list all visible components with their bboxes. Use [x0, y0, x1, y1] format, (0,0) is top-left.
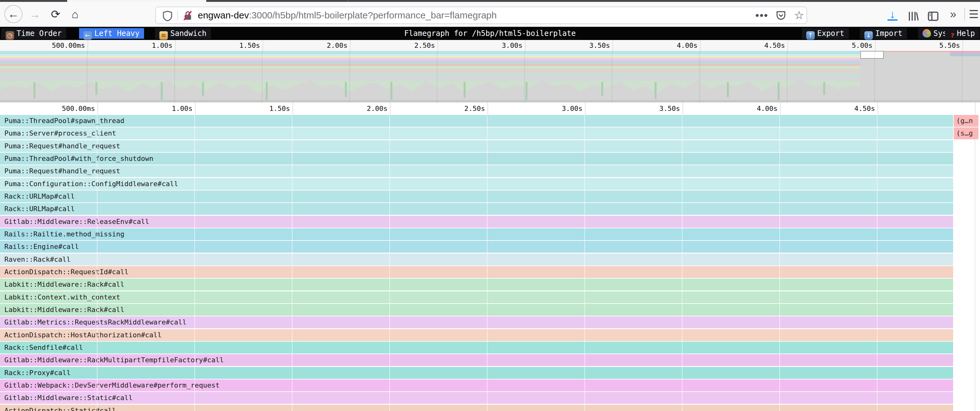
shield-icon[interactable] — [163, 11, 172, 27]
flame-frame[interactable]: Rack::Sendfile#call — [0, 342, 953, 354]
tab-time-order[interactable]: ◷Time Order — [1, 28, 66, 39]
library-icon — [907, 10, 920, 22]
flame-frame[interactable]: Puma::Request#handle_request — [0, 140, 953, 152]
pocket-icon[interactable] — [776, 11, 786, 27]
flame-frame[interactable]: Rails::Railtie.method_missing — [0, 228, 953, 240]
minimap-right-frame-teal — [950, 54, 980, 56]
flame-frame[interactable]: Labkit::Context.with_context — [0, 291, 953, 303]
flame-frame[interactable]: Gitlab::Metrics::RequestsRackMiddleware#… — [0, 316, 953, 328]
main-view-axis: 500.00ms1.00s1.50s2.00s2.50s3.00s3.50s4.… — [0, 102, 980, 115]
help-button[interactable]: ?Help — [945, 28, 979, 39]
axis-tick-label: 2.50s — [429, 102, 485, 115]
axis-gridline — [780, 102, 781, 115]
axis-tick-label: 1.50s — [234, 102, 290, 115]
flame-frame[interactable]: ActionDispatch::RequestId#call — [0, 266, 953, 278]
button-label: Help — [957, 29, 975, 38]
axis-tick-label: 500.00ms — [39, 102, 95, 115]
bookmark-star-icon[interactable]: ☆ — [794, 7, 804, 24]
back-icon: ← — [5, 6, 22, 22]
library-button[interactable] — [904, 8, 922, 29]
url-bar[interactable]: engwan-dev:3000/h5bp/html5-boilerplate?p… — [155, 6, 807, 24]
axis-tick-label: 4.00s — [641, 40, 697, 51]
axis-gridline — [350, 40, 351, 51]
minimap[interactable] — [0, 51, 980, 102]
clock-icon: ◷ — [6, 31, 14, 40]
flame-frame-truncated[interactable]: (s…g — [954, 127, 978, 139]
page-actions-icon[interactable]: ••• — [755, 7, 768, 24]
tab-label: Time Order — [17, 29, 62, 38]
axis-gridline — [612, 40, 613, 51]
chevrons-icon: » — [950, 8, 956, 21]
button-label: Export — [817, 29, 845, 38]
flamegraph-main-view[interactable]: Puma::ThreadPool#spawn_threadPuma::Serve… — [0, 115, 980, 411]
menu-button[interactable]: ☰ — [965, 4, 980, 25]
sidebar-button[interactable] — [924, 8, 942, 29]
minimap-bottom-band — [0, 100, 980, 102]
flame-frame[interactable]: Labkit::Middleware::Rack#call — [0, 304, 953, 316]
axis-gridline — [262, 40, 263, 51]
axis-tick-label: 3.50s — [624, 102, 680, 115]
axis-tick-label: 3.00s — [466, 40, 522, 51]
axis-tick-label: 4.50s — [819, 102, 875, 115]
flame-frame[interactable]: Gitlab::Webpack::DevServerMiddleware#per… — [0, 379, 953, 391]
axis-gridline — [878, 102, 878, 115]
import-button[interactable]: ↓Import — [860, 28, 907, 39]
flame-frame[interactable]: Gitlab::Middleware::ReleaseEnv#call — [0, 216, 953, 228]
flame-frame[interactable]: Gitlab::Middleware::RackMultipartTempfil… — [0, 354, 953, 366]
flame-frame[interactable]: ActionDispatch::HostAuthorization#call — [0, 329, 953, 341]
flame-frame-truncated[interactable]: (g…n — [954, 115, 978, 127]
reload-icon: ⟳ — [51, 8, 60, 21]
axis-gridline — [525, 40, 526, 51]
minimap-jagged-flame — [0, 68, 860, 102]
export-button[interactable]: ↑Export — [802, 28, 849, 39]
flame-frame[interactable]: Rack::URLMap#call — [0, 190, 953, 202]
url-rest: :3000/h5bp/html5-boilerplate?performance… — [249, 10, 496, 20]
axis-tick-label: 3.00s — [526, 102, 582, 115]
home-button[interactable]: ⌂ — [65, 2, 84, 27]
flame-frame[interactable]: Rack::Proxy#call — [0, 367, 953, 379]
insecure-lock-icon[interactable] — [183, 10, 193, 27]
export-icon: ↑ — [806, 31, 815, 40]
browser-toolbar: ← → ⟳ ⌂ engwan-dev:3000/h5bp/html5-boile… — [0, 2, 980, 27]
axis-tick-label: 1.50s — [204, 40, 260, 51]
axis-gridline — [585, 102, 585, 115]
forward-button[interactable]: → — [25, 2, 45, 27]
button-label: Import — [875, 29, 902, 38]
axis-tick-label: 1.00s — [136, 102, 192, 115]
gridline-5s — [975, 115, 975, 411]
url-text[interactable]: engwan-dev:3000/h5bp/html5-boilerplate?p… — [198, 7, 496, 24]
reload-button[interactable]: ⟳ — [46, 2, 65, 27]
flame-frame[interactable]: Rack::URLMap#call — [0, 203, 953, 215]
flame-frame[interactable]: ActionDispatch::Static#call — [0, 405, 953, 411]
axis-tick-label: 4.50s — [729, 40, 785, 51]
axis-gridline — [682, 102, 683, 115]
axis-tick-label: 5.00s — [816, 40, 872, 51]
axis-tick-label: 500.00ms — [29, 40, 85, 51]
flame-frame[interactable]: Gitlab::Middleware::Static#call — [0, 392, 953, 404]
tab-left-heavy[interactable]: ←Left Heavy — [79, 28, 144, 39]
speedscope-toolbar: Flamegraph for /h5bp/html5-boilerplate ◷… — [0, 27, 980, 40]
tab-label: Sandwich — [170, 29, 207, 38]
axis-gridline — [175, 40, 176, 51]
back-button[interactable]: ← — [5, 5, 22, 23]
download-button[interactable]: ↓ — [884, 4, 901, 25]
axis-gridline — [195, 102, 196, 115]
axis-gridline — [700, 40, 701, 51]
axis-gridline — [88, 40, 88, 51]
help-icon: ? — [950, 31, 956, 40]
flame-frame[interactable]: Puma::Server#process_client — [0, 127, 953, 139]
flame-frame[interactable]: Rails::Engine#call — [0, 241, 953, 253]
flame-frame[interactable]: Puma::ThreadPool#spawn_thread — [0, 115, 953, 127]
minimap-viewport-box[interactable] — [860, 51, 884, 59]
download-underline — [888, 19, 897, 21]
axis-gridline — [293, 102, 293, 115]
axis-gridline — [975, 102, 975, 115]
flame-frame[interactable]: Raven::Rack#call — [0, 254, 953, 265]
tab-label: Left Heavy — [94, 29, 140, 38]
flame-frame[interactable]: Puma::ThreadPool#with_force_shutdown — [0, 153, 953, 165]
overflow-button[interactable]: » — [944, 4, 962, 25]
flame-frame[interactable]: Labkit::Middleware::Rack#call — [0, 279, 953, 290]
flame-frame[interactable]: Puma::Configuration::ConfigMiddleware#ca… — [0, 178, 953, 190]
tab-sandwich[interactable]: ≡Sandwich — [155, 28, 211, 39]
flame-frame[interactable]: Puma::Request#handle_request — [0, 165, 953, 177]
